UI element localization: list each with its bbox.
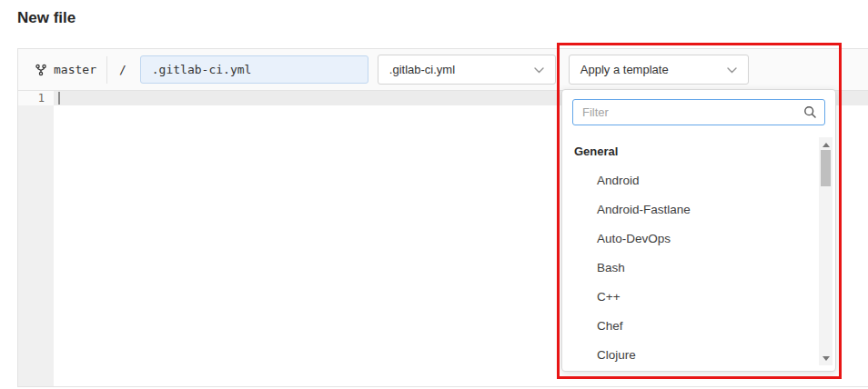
filetype-select-value: .gitlab-ci.yml <box>389 63 455 76</box>
chevron-down-icon <box>534 63 544 76</box>
editor-gutter: 1 <box>18 91 54 386</box>
filter-field-wrap <box>572 99 825 125</box>
file-toolbar: master / .gitlab-ci.yml Apply a template <box>18 49 868 91</box>
scroll-up-icon[interactable] <box>819 139 833 150</box>
page-title: New file <box>17 9 76 27</box>
template-option[interactable]: Android <box>562 166 817 195</box>
new-file-page: New file master / .gitlab-ci.yml Apply a… <box>0 0 868 389</box>
dropdown-scrollbar[interactable] <box>819 137 833 365</box>
branch-name[interactable]: master <box>54 63 96 76</box>
template-option[interactable]: Chef <box>562 312 817 341</box>
template-option[interactable]: C++ <box>562 283 817 312</box>
apply-template-select[interactable]: Apply a template <box>569 55 749 85</box>
template-section-header: General <box>562 137 817 166</box>
template-option[interactable]: Auto-DevOps <box>562 224 817 254</box>
text-cursor <box>58 92 60 105</box>
line-number: 1 <box>18 91 54 105</box>
template-option[interactable]: Android-Fastlane <box>562 195 817 224</box>
filename-input[interactable] <box>140 55 368 84</box>
template-dropdown-panel: General Android Android-Fastlane Auto-De… <box>561 89 836 372</box>
template-list: General Android Android-Fastlane Auto-De… <box>562 137 817 368</box>
scroll-down-icon[interactable] <box>819 353 833 364</box>
template-option[interactable]: Clojure <box>562 341 817 368</box>
template-option[interactable]: Bash <box>562 254 817 283</box>
search-icon <box>803 105 817 123</box>
filter-input[interactable] <box>572 99 825 125</box>
chevron-down-icon <box>727 63 737 76</box>
path-separator: / <box>119 63 126 76</box>
apply-template-label: Apply a template <box>580 63 669 76</box>
toolbar-divider <box>106 56 107 84</box>
scrollbar-thumb[interactable] <box>821 150 831 186</box>
filetype-select[interactable]: .gitlab-ci.yml <box>378 55 556 85</box>
git-branch-icon <box>35 64 47 76</box>
